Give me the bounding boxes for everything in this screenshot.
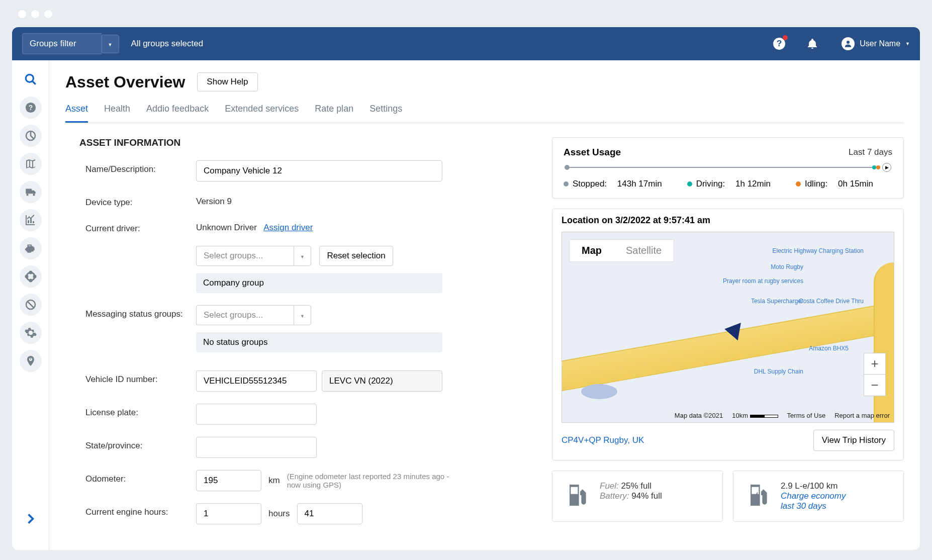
usage-period: Last 7 days xyxy=(849,147,892,157)
economy-label: Charge economy xyxy=(781,491,846,501)
block-icon[interactable] xyxy=(20,294,42,316)
idling-label: Idling: xyxy=(805,179,827,189)
svg-point-2 xyxy=(847,41,850,44)
ring-icon[interactable] xyxy=(20,265,42,288)
page-title: Asset Overview xyxy=(65,73,185,91)
state-province-input[interactable] xyxy=(196,437,317,458)
driving-value: 1h 12min xyxy=(735,179,771,189)
map-attribution: Map data ©2021 10km Terms of Use Report … xyxy=(675,412,890,419)
economy-value: 2.9 L-e/100 km xyxy=(781,481,846,491)
svg-point-11 xyxy=(34,275,36,277)
svg-point-3 xyxy=(26,74,33,82)
sidebar: ? xyxy=(12,60,49,550)
report-error-link[interactable]: Report a map error xyxy=(834,412,890,419)
user-name-label: User Name xyxy=(860,39,900,48)
map-tab-satellite[interactable]: Satellite xyxy=(614,240,674,261)
view-trip-history-button[interactable]: View Trip History xyxy=(813,430,894,451)
play-icon[interactable]: ▶ xyxy=(882,163,891,172)
tab-extended-services[interactable]: Extended services xyxy=(225,104,299,123)
section-title: ASSET INFORMATION xyxy=(79,137,527,148)
help-icon[interactable]: ? xyxy=(772,37,786,51)
name-input[interactable] xyxy=(196,160,442,181)
messaging-status-select[interactable]: Select groups... xyxy=(196,305,294,325)
label-messaging-status: Messaging status groups: xyxy=(85,305,196,319)
vehicle-model-field xyxy=(322,370,442,392)
label-vehicle-id: Vehicle ID number: xyxy=(85,370,196,385)
idling-value: 0h 15min xyxy=(838,179,873,189)
charge-pump-icon xyxy=(743,481,772,509)
engine-icon[interactable] xyxy=(20,237,42,259)
groups-selected-label: All groups selected xyxy=(131,39,204,49)
groups-filter[interactable]: Groups filter ▼ xyxy=(22,33,119,54)
tab-asset[interactable]: Asset xyxy=(65,104,88,123)
map-icon[interactable] xyxy=(20,153,42,175)
engine-minutes-input[interactable] xyxy=(297,503,362,524)
map-zoom: + − xyxy=(864,353,886,396)
zoom-out-button[interactable]: − xyxy=(864,375,885,396)
messaging-status-dropdown[interactable]: ▼ xyxy=(294,305,311,325)
chart-icon[interactable] xyxy=(20,209,42,231)
engine-hours-input[interactable] xyxy=(196,503,261,524)
select-groups-button[interactable]: Select groups... xyxy=(196,246,294,266)
label-device-type: Device type: xyxy=(85,194,196,208)
pin-icon[interactable] xyxy=(20,350,42,372)
expand-sidebar-icon[interactable] xyxy=(20,508,42,530)
label-state-province: State/province: xyxy=(85,437,196,451)
fuel-pump-icon xyxy=(563,481,591,509)
usage-title: Asset Usage xyxy=(564,147,621,158)
search-icon[interactable] xyxy=(20,68,42,90)
odometer-input[interactable] xyxy=(196,470,261,491)
assign-driver-link[interactable]: Assign driver xyxy=(263,223,313,232)
tab-health[interactable]: Health xyxy=(104,104,130,123)
current-driver-value: Unknown Driver xyxy=(196,223,257,232)
fuel-stat-card: Fuel: 25% full Battery: 94% full xyxy=(552,471,723,522)
groups-filter-dropdown[interactable]: ▼ xyxy=(102,35,119,53)
tab-rate-plan[interactable]: Rate plan xyxy=(315,104,353,123)
reset-selection-button[interactable]: Reset selection xyxy=(319,246,393,266)
location-coords[interactable]: CP4V+QP Rugby, UK xyxy=(562,435,644,445)
poi: DHL Supply Chain xyxy=(754,368,803,375)
battery-label: Battery: xyxy=(600,491,629,501)
user-menu[interactable]: User Name ▼ xyxy=(842,37,910,50)
zoom-in-button[interactable]: + xyxy=(864,353,885,375)
license-plate-input[interactable] xyxy=(196,404,317,425)
svg-point-8 xyxy=(30,271,32,273)
asset-usage-card: Asset Usage Last 7 days ▶ xyxy=(552,137,904,199)
show-help-button[interactable]: Show Help xyxy=(197,72,257,91)
bell-icon[interactable] xyxy=(805,37,819,51)
map-tab-map[interactable]: Map xyxy=(570,240,614,261)
label-current-driver: Current driver: xyxy=(85,220,196,234)
window-dot xyxy=(44,10,52,18)
company-group-chip: Company group xyxy=(196,273,442,293)
tab-settings[interactable]: Settings xyxy=(369,104,402,123)
help-circle-icon[interactable]: ? xyxy=(20,97,42,119)
vehicle-id-input[interactable] xyxy=(196,370,317,392)
fuel-value: 25% full xyxy=(621,481,651,491)
stopped-value: 143h 17min xyxy=(617,179,662,189)
battery-value: 94% full xyxy=(631,491,662,501)
tab-addio-feedback[interactable]: Addio feedback xyxy=(146,104,209,123)
groups-filter-button[interactable]: Groups filter xyxy=(22,33,102,54)
location-card: Location on 3/2/2022 at 9:57:41 am Elect… xyxy=(552,209,904,460)
map[interactable]: Electric Highway Charging Station Moto R… xyxy=(562,232,894,423)
truck-icon[interactable] xyxy=(20,181,42,203)
pie-chart-icon[interactable] xyxy=(20,125,42,147)
svg-point-10 xyxy=(26,275,28,277)
usage-bar: ▶ xyxy=(564,165,892,170)
stopped-label: Stopped: xyxy=(573,179,607,189)
economy-stat-card: 2.9 L-e/100 km Charge economy last 30 da… xyxy=(733,471,904,522)
caret-down-icon: ▼ xyxy=(108,42,113,47)
terms-link[interactable]: Terms of Use xyxy=(787,412,826,419)
avatar-icon xyxy=(842,37,855,50)
caret-down-icon: ▼ xyxy=(905,41,910,46)
device-type-value: Version 9 xyxy=(196,194,527,207)
topbar: Groups filter ▼ All groups selected ? Us… xyxy=(12,27,920,60)
browser-chrome-bar xyxy=(6,1,926,27)
select-groups-dropdown[interactable]: ▼ xyxy=(294,246,311,266)
poi: Moto Rugby xyxy=(771,263,803,270)
window-dot xyxy=(18,10,26,18)
gear-icon[interactable] xyxy=(20,322,42,344)
label-engine-hours: Current engine hours: xyxy=(85,503,196,517)
fuel-label: Fuel: xyxy=(600,481,619,491)
tabs: Asset Health Addio feedback Extended ser… xyxy=(65,104,904,123)
